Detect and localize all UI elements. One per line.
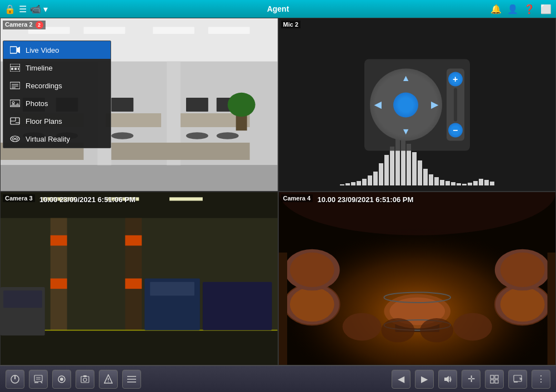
camera-menu-icon[interactable]: 📹 ▾ [30,4,48,14]
zoom-track [454,88,457,122]
waveform-bar [434,177,439,185]
svg-point-100 [60,378,63,381]
window-icon[interactable]: ⬜ [540,4,552,14]
svg-rect-32 [18,68,19,70]
svg-rect-31 [14,68,17,70]
waveform-bar [490,182,494,185]
svg-point-90 [420,318,453,343]
svg-point-80 [500,253,544,287]
waveform-bar [484,180,489,185]
svg-point-89 [381,318,414,343]
edit-button[interactable] [29,370,48,389]
title-bar-right: 🔔 👤 ❓ ⬜ [490,4,552,14]
title-bar-left: 🔒 ☰ 📹 ▾ [4,4,48,14]
list-button[interactable] [122,370,141,389]
svg-rect-16 [111,98,133,112]
ptz-right-arrow[interactable]: ▶ [431,99,438,110]
bottom-toolbar: ◀ ▶ ✛ ⋮ [0,365,556,392]
waveform-bar [373,172,378,185]
waveform-bar [451,182,455,185]
svg-rect-112 [495,375,498,379]
menu-icon[interactable]: ☰ [19,4,27,14]
svg-rect-57 [51,279,67,289]
live-video-label: Live Video [26,46,59,54]
record-button[interactable] [52,370,71,389]
menu-item-recordings[interactable]: Recordings [3,77,111,94]
live-video-icon [10,45,20,55]
svg-point-88 [342,313,381,341]
waveform-bar [457,183,461,185]
camera1-label: Camera 2 2 [3,21,46,29]
menu-item-floor-plans[interactable]: Floor Plans [3,112,111,130]
zoom-in-button[interactable]: + [448,72,463,87]
waveform-bar [351,182,355,185]
camera3-cell: Camera 3 10.00 23/09/2021 6:51:06 PM [0,192,278,365]
navigate-forward-button[interactable]: ▶ [415,370,434,389]
timeline-icon [10,63,20,73]
menu-item-timeline[interactable]: Timeline [3,59,111,77]
svg-rect-13 [111,143,249,160]
svg-rect-59 [125,235,142,246]
waveform-bar [384,155,389,185]
more-options-button[interactable]: ⋮ [532,370,550,389]
svg-point-23 [217,132,239,139]
recordings-label: Recordings [26,82,62,90]
main-grid: Camera 2 2 Live Video [0,18,556,365]
ptz-left-arrow[interactable]: ◀ [374,99,381,110]
svg-point-22 [186,132,208,139]
pan-button[interactable]: ✛ [462,370,480,389]
waveform-bar [368,175,372,185]
waveform-bar [412,152,417,185]
bottom-toolbar-left [6,370,141,389]
svg-rect-64 [3,290,42,308]
svg-point-91 [453,313,492,341]
title-bar: 🔒 ☰ 📹 ▾ Agent 🔔 👤 ❓ ⬜ [0,0,556,18]
ptz-joystick[interactable]: ▲ ▼ ◀ ▶ [370,69,442,141]
snapshot-button[interactable] [76,370,94,389]
camera3-timestamp: 10.00 23/09/2021 6:51:06 PM [39,195,136,204]
svg-rect-114 [495,380,498,383]
svg-point-106 [108,381,109,382]
camera4-label: Camera 4 [281,194,313,202]
svg-point-46 [16,138,18,140]
zoom-out-button[interactable]: − [448,123,463,138]
help-icon[interactable]: ❓ [524,4,535,14]
lock-icon: 🔒 [4,4,16,14]
ptz-controls: ▲ ▼ ◀ ▶ + − [364,59,470,150]
ptz-down-arrow[interactable]: ▼ [402,127,410,137]
svg-marker-27 [17,47,20,53]
waveform-bar [362,179,367,185]
camera1-cell: Camera 2 2 Live Video [0,18,278,192]
menu-item-photos[interactable]: Photos [3,94,111,112]
bottom-toolbar-right: ◀ ▶ ✛ ⋮ [392,370,550,389]
waveform-bar [345,183,350,185]
ptz-up-arrow[interactable]: ▲ [402,73,410,83]
audio-control-button[interactable] [438,370,457,389]
menu-item-live-video[interactable]: Live Video [3,41,111,59]
waveform-bar [357,181,361,185]
alert-button[interactable] [99,370,118,389]
camera1-label-text: Camera 2 [5,21,33,28]
waveform-bar [390,147,394,185]
photos-icon [10,98,20,108]
export-button[interactable] [508,370,527,389]
notifications-icon[interactable]: 🔔 [490,4,502,14]
svg-point-21 [111,132,133,139]
svg-point-72 [289,287,334,321]
vr-icon [10,134,20,144]
svg-rect-111 [490,375,494,379]
svg-rect-4 [84,27,126,34]
svg-point-75 [289,253,334,287]
svg-rect-113 [490,380,494,383]
grid-layout-button[interactable] [485,370,504,389]
power-button[interactable] [6,370,24,389]
ptz-zoom-control: + − [447,69,464,141]
menu-item-virtual-reality[interactable]: Virtual Reality [3,130,111,148]
navigate-back-button[interactable]: ◀ [392,370,410,389]
user-icon[interactable]: 👤 [507,4,518,14]
app-title: Agent [267,4,289,13]
ptz-center-button[interactable] [393,92,418,117]
svg-rect-17 [186,98,208,112]
svg-rect-86 [279,253,287,365]
virtual-reality-label: Virtual Reality [26,135,70,143]
